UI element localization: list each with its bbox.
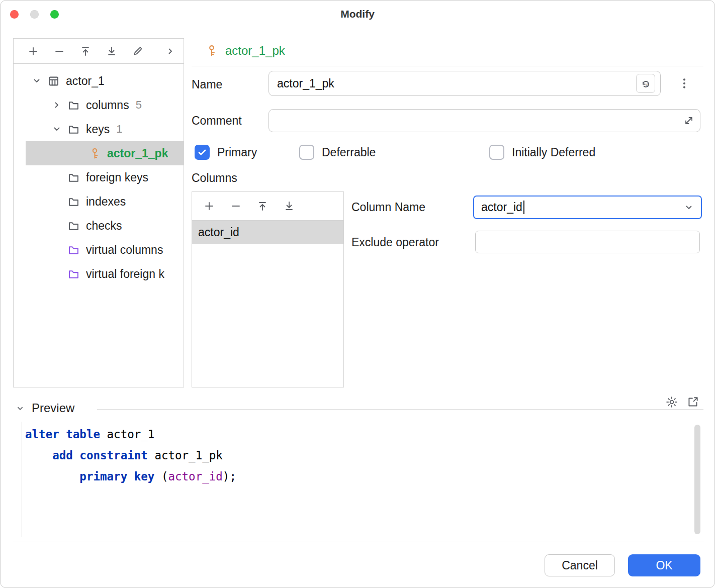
- name-label: Name: [192, 78, 222, 91]
- tree-item-label: actor_1_pk: [107, 147, 168, 160]
- tree-item-label: checks: [86, 219, 122, 233]
- move-up-button[interactable]: [79, 45, 92, 57]
- column-name-label: Column Name: [351, 201, 425, 214]
- code-token-keyword: primary key: [25, 470, 161, 483]
- tree-item-label: virtual columns: [86, 243, 163, 257]
- code-line: alter table actor_1: [25, 424, 692, 445]
- chevron-down-icon[interactable]: [51, 123, 63, 135]
- tree-item-virtual-columns[interactable]: virtual columns: [14, 238, 184, 262]
- add-button[interactable]: [27, 45, 39, 57]
- columns-section-label: Columns: [192, 171, 237, 185]
- preview-label: Preview: [32, 401, 74, 415]
- code-token-plain: actor_1_pk: [148, 449, 223, 462]
- folder-icon: [67, 171, 80, 184]
- move-up-button[interactable]: [256, 200, 269, 212]
- deferrable-checkbox[interactable]: Deferrable: [299, 145, 376, 160]
- kebab-menu-icon[interactable]: [677, 76, 691, 91]
- columns-toolbar: [192, 192, 343, 221]
- cancel-button[interactable]: Cancel: [545, 554, 615, 576]
- edit-button[interactable]: [132, 45, 144, 57]
- code-token-plain: actor_1: [100, 428, 154, 441]
- initially-deferred-checkbox[interactable]: Initially Deferred: [489, 145, 595, 160]
- comment-label: Comment: [192, 114, 242, 128]
- remove-button[interactable]: [53, 45, 65, 57]
- tree-item-checks[interactable]: checks: [14, 214, 184, 238]
- chevron-down-icon[interactable]: [31, 75, 43, 87]
- rename-options-button[interactable]: A: [636, 74, 655, 93]
- chevron-right-icon[interactable]: [51, 99, 63, 111]
- expand-icon[interactable]: [683, 115, 695, 127]
- move-down-button[interactable]: [106, 45, 118, 57]
- object-title: actor_1_pk: [225, 44, 285, 58]
- tree-item-actor-1-pk[interactable]: actor_1_pk: [26, 141, 184, 165]
- code-line: primary key (actor_id);: [25, 466, 692, 487]
- name-value: actor_1_pk: [277, 77, 334, 90]
- key-icon: [205, 44, 219, 58]
- scrollbar[interactable]: [694, 425, 700, 534]
- tree-item-label: virtual foreign k: [86, 267, 164, 281]
- sql-code: alter table actor_1 add constraint actor…: [22, 422, 692, 537]
- primary-checkbox[interactable]: Primary: [195, 145, 257, 160]
- column-name-combobox[interactable]: actor_id: [473, 195, 702, 219]
- svg-text:A: A: [646, 82, 649, 87]
- checkbox-label: Initially Deferred: [512, 146, 595, 159]
- name-input[interactable]: actor_1_pk A: [269, 71, 661, 96]
- tree-item-label: foreign keys: [86, 171, 148, 184]
- tree-item-columns[interactable]: columns5: [14, 93, 184, 117]
- comment-input[interactable]: [269, 109, 700, 132]
- exclude-operator-input[interactable]: [475, 231, 700, 253]
- folder-icon: [67, 123, 80, 136]
- checkbox-label: Primary: [217, 146, 257, 159]
- columns-list: actor_id: [192, 221, 343, 244]
- chevron-down-icon[interactable]: [683, 202, 695, 214]
- folder-virtual-icon: [67, 243, 80, 257]
- sql-preview-editor[interactable]: alter table actor_1 add constraint actor…: [13, 422, 704, 541]
- item-count-badge: 1: [116, 123, 122, 136]
- tree-item-actor-1[interactable]: actor_1: [14, 69, 184, 93]
- folder-icon: [67, 195, 80, 209]
- folder-icon: [67, 99, 80, 112]
- window-title: Modify: [1, 8, 714, 20]
- code-token-keyword: add constraint: [25, 449, 148, 462]
- tree-toolbar: [14, 39, 184, 64]
- checkbox-box[interactable]: [195, 145, 210, 160]
- code-token-keyword: alter table: [25, 428, 100, 441]
- collapse-preview-icon[interactable]: [15, 403, 26, 414]
- detail-header: actor_1_pk: [205, 44, 285, 58]
- folder-virtual-icon: [67, 267, 80, 281]
- object-tree-panel: actor_1columns5keys1actor_1_pkforeign ke…: [13, 38, 184, 387]
- tree-item-label: actor_1: [66, 74, 105, 88]
- checkbox-label: Deferrable: [322, 146, 376, 159]
- tree-item-foreign-keys[interactable]: foreign keys: [14, 165, 184, 189]
- tree-item-keys[interactable]: keys1: [14, 117, 184, 141]
- header-divider: [192, 66, 703, 66]
- open-in-editor-icon[interactable]: [686, 396, 699, 409]
- checkbox-box[interactable]: [299, 145, 314, 160]
- modify-dialog: Modify actor_1columns5keys1actor_1_pkfor…: [0, 0, 715, 588]
- column-name-value: actor_id: [481, 201, 522, 214]
- tree-item-label: indexes: [86, 195, 126, 209]
- folder-icon: [67, 219, 80, 233]
- move-down-button[interactable]: [283, 200, 295, 212]
- plus-button[interactable]: [203, 200, 215, 212]
- text-cursor: [523, 201, 524, 214]
- tree-item-indexes[interactable]: indexes: [14, 189, 184, 214]
- code-line: add constraint actor_1_pk: [25, 445, 692, 466]
- code-token-plain: (: [161, 470, 168, 483]
- columns-panel: actor_id: [192, 191, 344, 387]
- settings-gear-icon[interactable]: [665, 396, 678, 409]
- titlebar: Modify: [1, 1, 714, 29]
- preview-divider: [97, 409, 703, 410]
- key-icon: [88, 147, 102, 160]
- item-count-badge: 5: [136, 99, 142, 112]
- code-token-column: actor_id: [168, 470, 222, 483]
- code-token-plain: );: [223, 470, 236, 483]
- minus-button[interactable]: [230, 200, 242, 212]
- tree-item-label: keys: [86, 123, 110, 136]
- ok-button[interactable]: OK: [628, 554, 700, 576]
- expand-panel-button[interactable]: [164, 45, 176, 57]
- checkbox-box[interactable]: [489, 145, 504, 160]
- rename-options-icon: A: [640, 77, 652, 89]
- column-list-item[interactable]: actor_id: [192, 221, 343, 244]
- tree-item-virtual-foreign-k[interactable]: virtual foreign k: [14, 262, 184, 286]
